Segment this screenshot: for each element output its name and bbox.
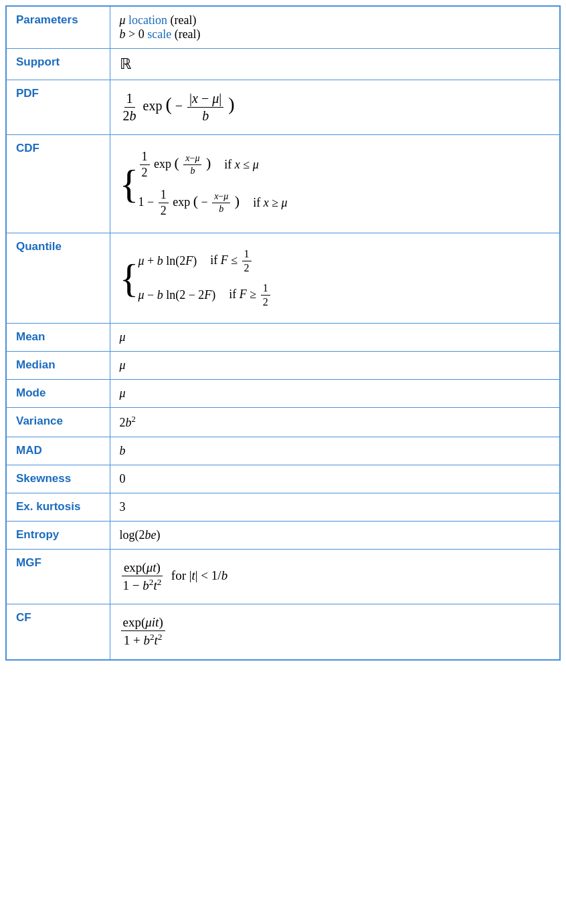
row-content-cdf: { 1 2 exp ( x−μ b — [110, 135, 560, 233]
row-label: Entropy — [6, 522, 110, 550]
row-label: Support — [6, 49, 110, 80]
table-row: Mean μ — [6, 324, 560, 352]
row-label: MAD — [6, 437, 110, 465]
table-row: PDF 1 2b exp ( − |x − μ| b ) — [6, 80, 560, 135]
row-label: Quantile — [6, 233, 110, 324]
table-row: CF exp(μit) 1 + b2t2 — [6, 604, 560, 660]
row-content-cf: exp(μit) 1 + b2t2 — [110, 604, 560, 660]
row-content-exkurtosis: 3 — [110, 493, 560, 522]
table-row: MAD b — [6, 437, 560, 465]
table-row: Ex. kurtosis 3 — [6, 493, 560, 522]
row-content-mgf: exp(μt) 1 − b2t2 for |t| < 1/b — [110, 550, 560, 604]
table-row: Parameters μ location (real) b > 0 scale… — [6, 6, 560, 49]
table-row: CDF { 1 2 exp ( x−μ — [6, 135, 560, 233]
statistics-table: Parameters μ location (real) b > 0 scale… — [5, 5, 561, 661]
row-label: CF — [6, 604, 110, 660]
row-content-mad: b — [110, 437, 560, 465]
row-label: CDF — [6, 135, 110, 233]
row-label: Ex. kurtosis — [6, 493, 110, 522]
row-content-entropy: log(2be) — [110, 522, 560, 550]
table-row: Median μ — [6, 352, 560, 380]
row-label: Skewness — [6, 465, 110, 493]
row-label: PDF — [6, 80, 110, 135]
table-row: Support ℝ — [6, 49, 560, 80]
table-row: Skewness 0 — [6, 465, 560, 493]
row-content-skewness: 0 — [110, 465, 560, 493]
table-row: MGF exp(μt) 1 − b2t2 for |t| < 1/b — [6, 550, 560, 604]
row-content-mean: μ — [110, 324, 560, 352]
row-content-support: ℝ — [110, 49, 560, 80]
table-row: Mode μ — [6, 380, 560, 408]
row-label: Mode — [6, 380, 110, 408]
row-content-mode: μ — [110, 380, 560, 408]
row-label: Parameters — [6, 6, 110, 49]
row-label: Median — [6, 352, 110, 380]
row-content-median: μ — [110, 352, 560, 380]
row-label: Mean — [6, 324, 110, 352]
row-content-parameters: μ location (real) b > 0 scale (real) — [110, 6, 560, 49]
row-content-quantile: { μ + b ln(2F) if F ≤ 1 2 μ − b ln(2 − 2… — [110, 233, 560, 324]
table-row: Quantile { μ + b ln(2F) if F ≤ 1 2 — [6, 233, 560, 324]
row-content-variance: 2b2 — [110, 408, 560, 437]
row-label: MGF — [6, 550, 110, 604]
table-row: Entropy log(2be) — [6, 522, 560, 550]
row-label: Variance — [6, 408, 110, 437]
row-content-pdf: 1 2b exp ( − |x − μ| b ) — [110, 80, 560, 135]
table-row: Variance 2b2 — [6, 408, 560, 437]
